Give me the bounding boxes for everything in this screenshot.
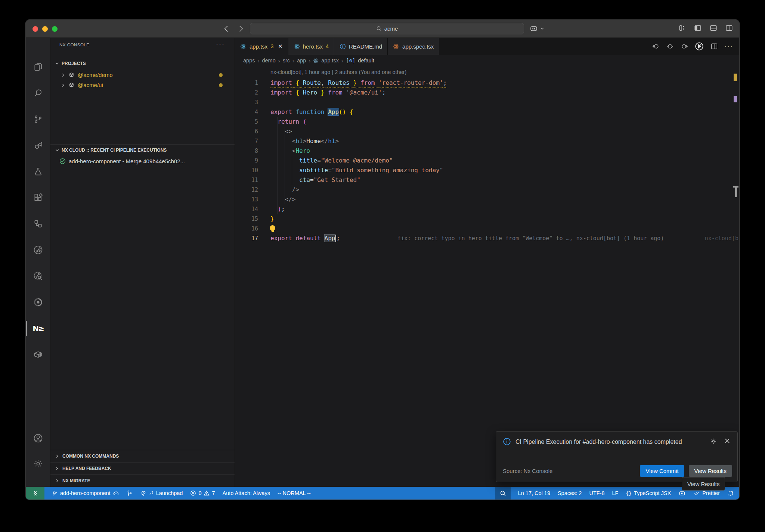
eol-status[interactable]: LF bbox=[612, 490, 619, 496]
run-debug-icon[interactable] bbox=[26, 136, 50, 155]
notifications-bell-icon[interactable] bbox=[727, 490, 734, 497]
command-center-search[interactable]: acme bbox=[250, 23, 524, 34]
settings-gear-icon[interactable] bbox=[26, 454, 50, 473]
section-common-nx-commands[interactable]: COMMON NX COMMANDS bbox=[50, 450, 235, 462]
breadcrumb-item[interactable]: demo bbox=[262, 58, 275, 64]
section-nx-migrate[interactable]: NX MIGRATE bbox=[50, 474, 235, 487]
close-icon[interactable]: ✕ bbox=[278, 43, 283, 50]
sidebar-more-actions-icon[interactable]: ··· bbox=[216, 40, 225, 48]
code-line-12[interactable]: 12 /> bbox=[235, 185, 739, 195]
code-line-1[interactable]: 1import { Route, Routes } from 'react-ro… bbox=[235, 78, 739, 88]
formatter-status[interactable]: Prettier bbox=[693, 490, 720, 497]
inspect-icon[interactable] bbox=[26, 266, 50, 286]
code-line-15[interactable]: 15} bbox=[235, 214, 739, 224]
line-number: 14 bbox=[235, 204, 258, 214]
code-line-17[interactable]: 17export default App;fix: correct typo i… bbox=[235, 233, 739, 243]
nx-cloud-icon[interactable] bbox=[26, 293, 50, 312]
toggle-panel-icon[interactable] bbox=[709, 24, 718, 32]
nx-console-icon[interactable]: N≥ bbox=[26, 319, 50, 338]
traffic-close-button[interactable] bbox=[32, 26, 38, 32]
breadcrumb-item[interactable]: src bbox=[283, 58, 290, 64]
tab-readme-md[interactable]: README.md bbox=[334, 38, 388, 55]
line-number: 7 bbox=[235, 136, 258, 146]
breadcrumb-item[interactable]: app bbox=[297, 58, 306, 64]
code-line-10[interactable]: 10 subtitle="Build something amazing tod… bbox=[235, 166, 739, 175]
breadcrumb-item[interactable]: apps bbox=[243, 58, 255, 64]
split-editor-icon[interactable] bbox=[710, 42, 718, 50]
lightbulb-icon[interactable] bbox=[270, 225, 275, 231]
view-commit-button[interactable]: View Commit bbox=[640, 465, 684, 477]
modified-dot bbox=[219, 83, 223, 87]
project-graph-icon[interactable] bbox=[26, 214, 50, 233]
toggle-primary-sidebar-icon[interactable] bbox=[694, 24, 702, 32]
section-nx-cloud[interactable]: NX CLOUD :: RECENT CI PIPELINE EXECUTION… bbox=[50, 144, 235, 155]
code-line-11[interactable]: 11 cta="Get Started" bbox=[235, 175, 739, 185]
notification-close-icon[interactable] bbox=[724, 437, 731, 446]
line-number: 3 bbox=[235, 98, 258, 107]
project-item-acme-demo[interactable]: @acme/demo bbox=[50, 70, 235, 80]
traffic-minimize-button[interactable] bbox=[42, 26, 48, 32]
pipeline-execution-item[interactable]: add-hero-component - Merge 409b44e5cb02.… bbox=[50, 156, 235, 166]
git-branch-status[interactable]: add-hero-component bbox=[52, 490, 119, 497]
zoom-status[interactable] bbox=[495, 487, 511, 499]
react-test-icon bbox=[393, 43, 399, 50]
containers-icon[interactable] bbox=[26, 345, 50, 364]
problems-status[interactable]: 0 7 bbox=[190, 490, 215, 496]
traffic-zoom-button[interactable] bbox=[52, 26, 58, 32]
account-menu[interactable] bbox=[529, 24, 544, 33]
tab-app-tsx[interactable]: app.tsx 3 ✕ bbox=[235, 38, 288, 55]
code-line-13[interactable]: 13 </> bbox=[235, 195, 739, 204]
nav-forward-icon[interactable] bbox=[236, 24, 246, 34]
code-line-3[interactable]: 3 bbox=[235, 98, 739, 107]
code-line-2[interactable]: 2import { Hero } from '@acme/ui'; bbox=[235, 88, 739, 98]
nav-position-circle-icon[interactable] bbox=[666, 42, 674, 50]
search-icon bbox=[376, 26, 382, 31]
extensions-icon[interactable] bbox=[26, 188, 50, 207]
testing-icon[interactable] bbox=[26, 162, 50, 181]
code-line-9[interactable]: 9 title="Welcome @acme/demo" bbox=[235, 156, 739, 166]
remote-indicator[interactable] bbox=[26, 487, 44, 499]
section-help-and-feedback[interactable]: HELP AND FEEDBACK bbox=[50, 462, 235, 474]
explorer-icon[interactable] bbox=[26, 57, 50, 77]
search-view-icon[interactable] bbox=[26, 83, 50, 103]
account-icon[interactable] bbox=[26, 429, 50, 448]
code-editor[interactable]: nx-cloud[bot], 1 hour ago | 2 authors (Y… bbox=[235, 66, 739, 487]
code-text: export default App; bbox=[270, 233, 340, 243]
breadcrumb-item[interactable]: app.tsx bbox=[321, 58, 339, 64]
code-line-8[interactable]: 8 <Hero bbox=[235, 146, 739, 156]
customize-layout-icon[interactable] bbox=[678, 24, 686, 32]
vim-mode-status[interactable]: -- NORMAL -- bbox=[278, 490, 311, 496]
breadcrumb-item[interactable]: default bbox=[358, 58, 374, 64]
code-line-4[interactable]: 4export function App() { bbox=[235, 107, 739, 117]
nav-back-icon[interactable] bbox=[222, 24, 231, 34]
run-target-icon[interactable] bbox=[26, 240, 50, 260]
auto-attach-status[interactable]: Auto Attach: Always bbox=[223, 490, 270, 496]
gitlens-branch-status[interactable] bbox=[127, 490, 133, 496]
more-actions-icon[interactable]: ··· bbox=[724, 43, 733, 50]
launchpad-status[interactable]: Launchpad bbox=[140, 490, 183, 497]
code-line-7[interactable]: 7 <h1>Home</h1> bbox=[235, 136, 739, 146]
chevron-right-icon bbox=[55, 466, 59, 471]
cursor-position-status[interactable]: Ln 17, Col 19 bbox=[518, 490, 550, 496]
nav-back-circle-icon[interactable] bbox=[652, 42, 660, 50]
tab-app-spec-tsx[interactable]: app.spec.tsx bbox=[388, 38, 439, 55]
copilot-status-icon[interactable] bbox=[678, 489, 686, 497]
code-line-16[interactable]: 16 bbox=[235, 224, 739, 233]
nav-forward-circle-icon[interactable] bbox=[680, 42, 688, 50]
section-projects[interactable]: PROJECTS bbox=[50, 58, 235, 69]
tab-hero-tsx[interactable]: hero.tsx 4 bbox=[288, 38, 334, 55]
source-control-icon[interactable] bbox=[26, 109, 50, 129]
indentation-status[interactable]: Spaces: 2 bbox=[558, 490, 582, 496]
code-line-5[interactable]: 5 return ( bbox=[235, 117, 739, 127]
toggle-secondary-sidebar-icon[interactable] bbox=[725, 24, 733, 32]
run-file-icon[interactable] bbox=[694, 41, 704, 51]
code-line-6[interactable]: 6 <> bbox=[235, 127, 739, 136]
chevron-right-icon bbox=[61, 73, 65, 77]
code-line-14[interactable]: 14 ); bbox=[235, 204, 739, 214]
project-item-acme-ui[interactable]: @acme/ui bbox=[50, 80, 235, 90]
notification-settings-gear-icon[interactable] bbox=[710, 437, 717, 446]
language-mode-status[interactable]: {}TypeScript JSX bbox=[626, 490, 671, 496]
view-results-button[interactable]: View Results bbox=[689, 465, 732, 477]
chevron-right-icon bbox=[61, 83, 65, 87]
encoding-status[interactable]: UTF-8 bbox=[589, 490, 604, 496]
